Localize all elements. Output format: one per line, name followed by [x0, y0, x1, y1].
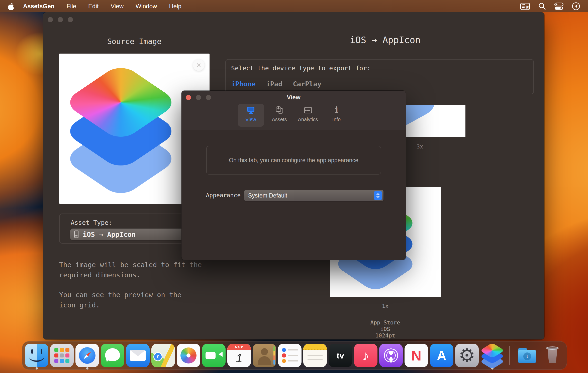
device-tabs: iPhoneiPadCarPlay [231, 80, 321, 88]
device-tab-iphone[interactable]: iPhone [231, 80, 256, 88]
contacts-icon [253, 344, 276, 367]
launchpad-icon [50, 344, 74, 367]
spotlight-icon[interactable] [538, 2, 546, 11]
menubar-status-area: ⌘ [520, 2, 580, 11]
dock-item-messages[interactable] [101, 344, 124, 367]
popup-stepper-icon [374, 191, 382, 200]
settings-icon: ⚙ [455, 344, 479, 367]
dialog-tab-label: View [245, 117, 256, 122]
tab-description-text: On this tab, you can configure the app a… [229, 157, 358, 164]
svg-text:i: i [335, 105, 338, 115]
dock-item-music[interactable]: ♪ [354, 344, 377, 367]
dock-item-notes[interactable] [303, 344, 327, 367]
window-traffic-lights [48, 17, 73, 22]
notes-icon [303, 344, 327, 367]
asset-type-value: iOS → AppIcon [83, 231, 136, 238]
menu-file[interactable]: File [66, 3, 76, 10]
scaling-note: The image will be scaled to fit the requ… [59, 260, 202, 280]
phone-icon [74, 230, 79, 238]
display-icon [246, 105, 256, 116]
control-center-icon[interactable] [554, 2, 564, 10]
facetime-icon [202, 344, 226, 367]
dialog-tab-label: Info [332, 117, 341, 122]
dock-item-finder[interactable] [25, 344, 48, 367]
dialog-tab-analytics[interactable]: Analytics [295, 104, 321, 127]
dock-item-mail[interactable] [126, 344, 150, 367]
appearance-popup-button[interactable]: System Default [244, 190, 383, 201]
dock-item-safari[interactable] [75, 344, 99, 367]
dock-item-reminders[interactable] [278, 344, 302, 367]
running-indicator [36, 367, 38, 369]
close-button[interactable] [48, 17, 53, 22]
appearance-value: System Default [248, 192, 287, 199]
minimize-button[interactable] [58, 17, 63, 22]
photos-icon [177, 344, 200, 367]
square-arrow-down-icon [274, 105, 284, 116]
app-menu-title[interactable]: AssetsGen [23, 3, 54, 10]
menu-view[interactable]: View [111, 3, 124, 10]
running-indicator [86, 367, 88, 369]
dock-item-news[interactable]: N [405, 344, 428, 367]
apple-menu-icon[interactable] [8, 3, 15, 10]
dock-item-facetime[interactable] [202, 344, 226, 367]
menu-bar: AssetsGen File Edit View Window Help ⌘ [0, 0, 588, 12]
device-type-box: Select the device type to export for: iP… [225, 59, 534, 94]
zoom-button[interactable] [68, 17, 73, 22]
dialog-tab-label: Assets [272, 117, 287, 122]
source-image-title: Source Image [59, 37, 210, 46]
preview-1x-label: 1x [330, 303, 441, 309]
device-tab-ipad[interactable]: iPad [266, 80, 282, 88]
dock-item-contacts[interactable] [253, 344, 276, 367]
dialog-tab-label: Analytics [298, 117, 318, 122]
dock-item-tv[interactable]: tv [329, 344, 352, 367]
dock-item-calendar[interactable]: NOV1 [227, 344, 251, 367]
mail-icon [126, 344, 150, 367]
dock-item-settings[interactable]: ⚙ [455, 344, 479, 367]
dock-item-photos[interactable] [177, 344, 200, 367]
downloads-icon: ↓ [515, 344, 539, 367]
preview-note: You can see the preview on the icon grid… [59, 290, 181, 310]
info-icon: i [332, 105, 342, 116]
dock: NOV1tv♪NA⚙↓ [22, 341, 567, 370]
tab-description-box: On this tab, you can configure the app a… [206, 146, 381, 174]
preview-platform: iOS [330, 326, 441, 332]
trash-icon [541, 344, 564, 367]
dock-item-trash[interactable] [541, 344, 564, 367]
preview-idiom: App Store [330, 319, 441, 326]
tv-icon: tv [329, 344, 352, 367]
dock-separator [509, 346, 510, 365]
preview-note-line2: icon grid. [59, 300, 181, 310]
menu-help[interactable]: Help [169, 3, 181, 10]
safari-icon [75, 344, 99, 367]
messages-icon [101, 344, 124, 367]
list-rectangle-icon [303, 105, 313, 116]
dock-item-launchpad[interactable] [50, 344, 74, 367]
remove-image-button[interactable] [193, 59, 205, 71]
dialog-tab-view[interactable]: View [238, 104, 264, 127]
dialog-tab-info[interactable]: iInfo [324, 104, 350, 127]
dock-item-downloads[interactable]: ↓ [515, 344, 539, 367]
music-icon: ♪ [354, 344, 377, 367]
preview-1x-meta: App Store iOS 1024pt [330, 319, 441, 339]
app-store-icon: A [430, 344, 453, 367]
input-menu-icon[interactable]: ⌘ [520, 2, 530, 11]
dock-item-assetsgen[interactable] [480, 344, 504, 367]
appearance-label: Appearance [197, 192, 241, 199]
dock-item-podcasts[interactable] [379, 344, 403, 367]
scaling-note-line1: The image will be scaled to fit the [59, 260, 202, 270]
export-panel-title: iOS → AppIcon [281, 35, 489, 45]
dock-item-app-store[interactable]: A [430, 344, 453, 367]
preview-size: 1024pt [330, 332, 441, 339]
maps-icon [151, 344, 175, 367]
menu-window[interactable]: Window [136, 3, 157, 10]
calendar-icon: NOV1 [227, 344, 251, 367]
podcasts-icon [379, 344, 403, 367]
dialog-tab-assets[interactable]: Assets [266, 104, 292, 127]
location-icon[interactable] [571, 2, 580, 11]
dock-item-maps[interactable] [151, 344, 175, 367]
finder-icon [25, 344, 48, 367]
preview-3x-label: 3x [407, 143, 432, 150]
asset-type-label: Asset Type: [71, 219, 112, 226]
menu-edit[interactable]: Edit [88, 3, 99, 10]
device-tab-carplay[interactable]: CarPlay [293, 80, 322, 88]
